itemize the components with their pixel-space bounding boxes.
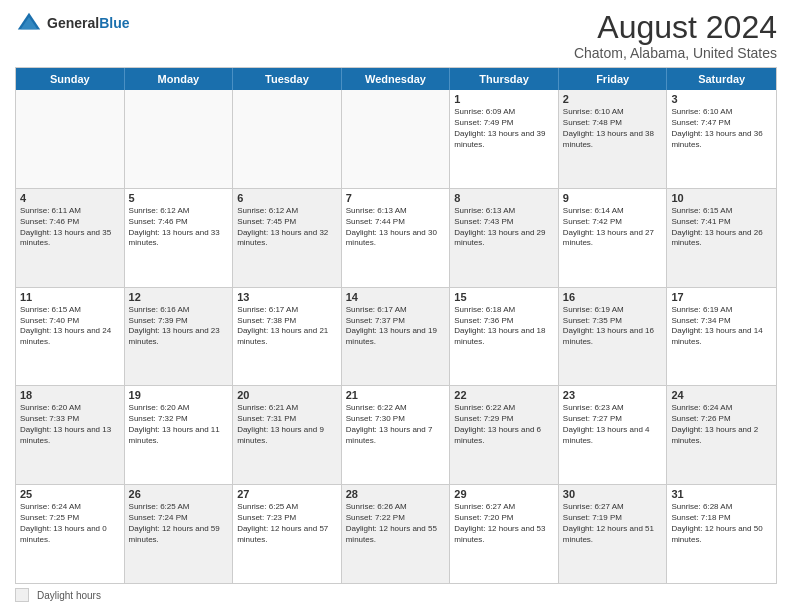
- calendar-cell: 25Sunrise: 6:24 AMSunset: 7:25 PMDayligh…: [16, 485, 125, 583]
- header-wednesday: Wednesday: [342, 68, 451, 90]
- title-block: August 2024 Chatom, Alabama, United Stat…: [574, 10, 777, 61]
- calendar-cell: [125, 90, 234, 188]
- calendar-cell: 18Sunrise: 6:20 AMSunset: 7:33 PMDayligh…: [16, 386, 125, 484]
- day-info: Sunrise: 6:17 AMSunset: 7:38 PMDaylight:…: [237, 305, 337, 348]
- header-tuesday: Tuesday: [233, 68, 342, 90]
- day-number: 22: [454, 389, 554, 401]
- calendar-cell: 28Sunrise: 6:26 AMSunset: 7:22 PMDayligh…: [342, 485, 451, 583]
- header-sunday: Sunday: [16, 68, 125, 90]
- legend: Daylight hours: [15, 588, 777, 602]
- calendar-cell: 5Sunrise: 6:12 AMSunset: 7:46 PMDaylight…: [125, 189, 234, 287]
- day-number: 26: [129, 488, 229, 500]
- day-info: Sunrise: 6:21 AMSunset: 7:31 PMDaylight:…: [237, 403, 337, 446]
- day-number: 29: [454, 488, 554, 500]
- calendar-cell: 27Sunrise: 6:25 AMSunset: 7:23 PMDayligh…: [233, 485, 342, 583]
- week-row-4: 18Sunrise: 6:20 AMSunset: 7:33 PMDayligh…: [16, 386, 776, 485]
- day-info: Sunrise: 6:13 AMSunset: 7:43 PMDaylight:…: [454, 206, 554, 249]
- day-number: 11: [20, 291, 120, 303]
- header-monday: Monday: [125, 68, 234, 90]
- day-info: Sunrise: 6:15 AMSunset: 7:40 PMDaylight:…: [20, 305, 120, 348]
- calendar-cell: 29Sunrise: 6:27 AMSunset: 7:20 PMDayligh…: [450, 485, 559, 583]
- day-info: Sunrise: 6:23 AMSunset: 7:27 PMDaylight:…: [563, 403, 663, 446]
- main-title: August 2024: [574, 10, 777, 45]
- week-row-2: 4Sunrise: 6:11 AMSunset: 7:46 PMDaylight…: [16, 189, 776, 288]
- day-info: Sunrise: 6:09 AMSunset: 7:49 PMDaylight:…: [454, 107, 554, 150]
- logo-text: GeneralBlue: [47, 16, 129, 31]
- day-info: Sunrise: 6:22 AMSunset: 7:30 PMDaylight:…: [346, 403, 446, 446]
- day-info: Sunrise: 6:24 AMSunset: 7:26 PMDaylight:…: [671, 403, 772, 446]
- calendar-header: SundayMondayTuesdayWednesdayThursdayFrid…: [16, 68, 776, 90]
- calendar-cell: [16, 90, 125, 188]
- calendar-cell: 14Sunrise: 6:17 AMSunset: 7:37 PMDayligh…: [342, 288, 451, 386]
- page: GeneralBlue August 2024 Chatom, Alabama,…: [0, 0, 792, 612]
- day-number: 13: [237, 291, 337, 303]
- calendar-cell: 3Sunrise: 6:10 AMSunset: 7:47 PMDaylight…: [667, 90, 776, 188]
- day-number: 3: [671, 93, 772, 105]
- calendar-cell: 24Sunrise: 6:24 AMSunset: 7:26 PMDayligh…: [667, 386, 776, 484]
- header: GeneralBlue August 2024 Chatom, Alabama,…: [15, 10, 777, 61]
- calendar-cell: [233, 90, 342, 188]
- day-info: Sunrise: 6:10 AMSunset: 7:48 PMDaylight:…: [563, 107, 663, 150]
- week-row-5: 25Sunrise: 6:24 AMSunset: 7:25 PMDayligh…: [16, 485, 776, 583]
- day-info: Sunrise: 6:19 AMSunset: 7:34 PMDaylight:…: [671, 305, 772, 348]
- day-info: Sunrise: 6:16 AMSunset: 7:39 PMDaylight:…: [129, 305, 229, 348]
- calendar-cell: 4Sunrise: 6:11 AMSunset: 7:46 PMDaylight…: [16, 189, 125, 287]
- calendar-cell: 21Sunrise: 6:22 AMSunset: 7:30 PMDayligh…: [342, 386, 451, 484]
- day-number: 1: [454, 93, 554, 105]
- week-row-3: 11Sunrise: 6:15 AMSunset: 7:40 PMDayligh…: [16, 288, 776, 387]
- logo: GeneralBlue: [15, 10, 129, 38]
- day-number: 6: [237, 192, 337, 204]
- calendar-cell: 12Sunrise: 6:16 AMSunset: 7:39 PMDayligh…: [125, 288, 234, 386]
- day-info: Sunrise: 6:17 AMSunset: 7:37 PMDaylight:…: [346, 305, 446, 348]
- calendar-cell: 13Sunrise: 6:17 AMSunset: 7:38 PMDayligh…: [233, 288, 342, 386]
- day-info: Sunrise: 6:22 AMSunset: 7:29 PMDaylight:…: [454, 403, 554, 446]
- day-number: 5: [129, 192, 229, 204]
- day-info: Sunrise: 6:12 AMSunset: 7:46 PMDaylight:…: [129, 206, 229, 249]
- day-info: Sunrise: 6:27 AMSunset: 7:20 PMDaylight:…: [454, 502, 554, 545]
- calendar-cell: 15Sunrise: 6:18 AMSunset: 7:36 PMDayligh…: [450, 288, 559, 386]
- day-number: 8: [454, 192, 554, 204]
- day-info: Sunrise: 6:27 AMSunset: 7:19 PMDaylight:…: [563, 502, 663, 545]
- day-number: 25: [20, 488, 120, 500]
- calendar-cell: 19Sunrise: 6:20 AMSunset: 7:32 PMDayligh…: [125, 386, 234, 484]
- day-number: 30: [563, 488, 663, 500]
- day-info: Sunrise: 6:13 AMSunset: 7:44 PMDaylight:…: [346, 206, 446, 249]
- day-info: Sunrise: 6:25 AMSunset: 7:23 PMDaylight:…: [237, 502, 337, 545]
- day-number: 12: [129, 291, 229, 303]
- day-number: 23: [563, 389, 663, 401]
- day-number: 24: [671, 389, 772, 401]
- day-info: Sunrise: 6:11 AMSunset: 7:46 PMDaylight:…: [20, 206, 120, 249]
- day-number: 14: [346, 291, 446, 303]
- day-number: 28: [346, 488, 446, 500]
- header-friday: Friday: [559, 68, 668, 90]
- day-number: 10: [671, 192, 772, 204]
- day-number: 20: [237, 389, 337, 401]
- calendar-cell: 30Sunrise: 6:27 AMSunset: 7:19 PMDayligh…: [559, 485, 668, 583]
- calendar: SundayMondayTuesdayWednesdayThursdayFrid…: [15, 67, 777, 584]
- day-number: 2: [563, 93, 663, 105]
- calendar-cell: 9Sunrise: 6:14 AMSunset: 7:42 PMDaylight…: [559, 189, 668, 287]
- day-info: Sunrise: 6:14 AMSunset: 7:42 PMDaylight:…: [563, 206, 663, 249]
- day-info: Sunrise: 6:12 AMSunset: 7:45 PMDaylight:…: [237, 206, 337, 249]
- calendar-cell: 6Sunrise: 6:12 AMSunset: 7:45 PMDaylight…: [233, 189, 342, 287]
- day-info: Sunrise: 6:20 AMSunset: 7:32 PMDaylight:…: [129, 403, 229, 446]
- day-info: Sunrise: 6:24 AMSunset: 7:25 PMDaylight:…: [20, 502, 120, 545]
- calendar-cell: 26Sunrise: 6:25 AMSunset: 7:24 PMDayligh…: [125, 485, 234, 583]
- calendar-cell: 8Sunrise: 6:13 AMSunset: 7:43 PMDaylight…: [450, 189, 559, 287]
- calendar-cell: 11Sunrise: 6:15 AMSunset: 7:40 PMDayligh…: [16, 288, 125, 386]
- day-info: Sunrise: 6:26 AMSunset: 7:22 PMDaylight:…: [346, 502, 446, 545]
- day-number: 15: [454, 291, 554, 303]
- calendar-cell: 23Sunrise: 6:23 AMSunset: 7:27 PMDayligh…: [559, 386, 668, 484]
- day-number: 31: [671, 488, 772, 500]
- day-info: Sunrise: 6:25 AMSunset: 7:24 PMDaylight:…: [129, 502, 229, 545]
- header-thursday: Thursday: [450, 68, 559, 90]
- calendar-cell: 2Sunrise: 6:10 AMSunset: 7:48 PMDaylight…: [559, 90, 668, 188]
- calendar-cell: 20Sunrise: 6:21 AMSunset: 7:31 PMDayligh…: [233, 386, 342, 484]
- day-info: Sunrise: 6:18 AMSunset: 7:36 PMDaylight:…: [454, 305, 554, 348]
- calendar-cell: 1Sunrise: 6:09 AMSunset: 7:49 PMDaylight…: [450, 90, 559, 188]
- calendar-cell: 17Sunrise: 6:19 AMSunset: 7:34 PMDayligh…: [667, 288, 776, 386]
- day-info: Sunrise: 6:19 AMSunset: 7:35 PMDaylight:…: [563, 305, 663, 348]
- legend-label: Daylight hours: [37, 590, 101, 601]
- day-number: 27: [237, 488, 337, 500]
- day-number: 21: [346, 389, 446, 401]
